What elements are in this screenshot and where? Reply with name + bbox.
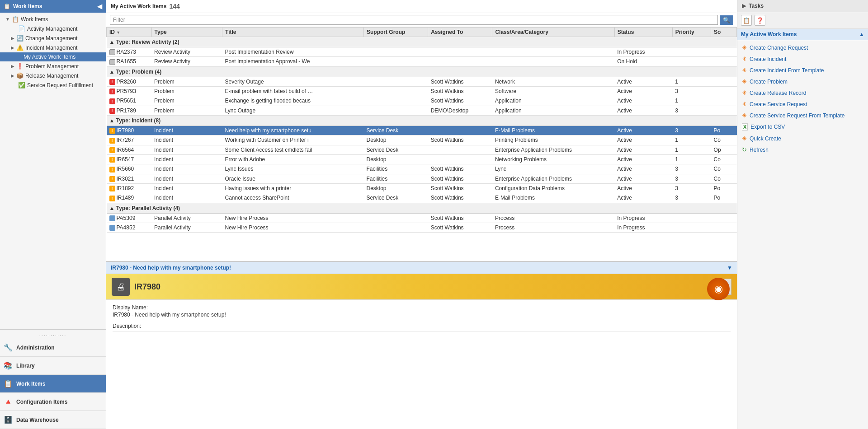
nav-item-label: Service Request Fulfillment: [27, 82, 93, 89]
action-item-create-release[interactable]: ✳Create Release Record: [737, 87, 868, 98]
bottom-nav-item-library[interactable]: 📚Library: [0, 357, 106, 375]
table-row[interactable]: PA4852Parallel ActivityNew Hire ProcessS…: [107, 223, 737, 232]
cell-so: [711, 106, 737, 115]
cell-title: Cannot access SharePoint: [222, 193, 364, 203]
expand-arrow: ▶: [11, 64, 14, 69]
col-header-id[interactable]: ID ▼: [107, 28, 152, 37]
sidebar-item-work-items-root[interactable]: ▼📋Work Items: [0, 14, 106, 24]
detail-title-text: IR7980 - Need help with my smartphone se…: [111, 265, 231, 271]
table-row[interactable]: !IR6564IncidentSome Client Access test c…: [107, 145, 737, 154]
group-header-row[interactable]: ▲ Type: Problem (4): [107, 66, 737, 77]
cell-so: [711, 47, 737, 57]
tasks-expand-icon[interactable]: ▶: [742, 3, 746, 9]
table-row[interactable]: !IR1489IncidentCannot access SharePointS…: [107, 193, 737, 203]
group-header-row[interactable]: ▲ Type: Review Activity (2): [107, 37, 737, 47]
col-header-title[interactable]: Title: [222, 28, 364, 37]
table-body: ▲ Type: Review Activity (2)RA2373Review …: [107, 37, 737, 233]
table-row[interactable]: !IR5660IncidentLync IssuesFacilitiesScot…: [107, 164, 737, 174]
sidebar-item-service-request[interactable]: ✅Service Request Fulfillment: [0, 80, 106, 90]
detail-collapse-icon: ▼: [727, 265, 732, 271]
col-header-support[interactable]: Support Group: [363, 28, 428, 37]
action-item-create-change[interactable]: ✳Create Change Request: [737, 42, 868, 53]
action-item-refresh[interactable]: ↻Refresh: [737, 144, 868, 155]
sidebar-item-release-mgmt[interactable]: ▶📦Release Management: [0, 71, 106, 80]
cell-support: [363, 57, 428, 66]
action-item-quick-create[interactable]: ✳Quick Create: [737, 133, 868, 144]
action-item-create-incident[interactable]: ✳Create Incident: [737, 53, 868, 65]
table-row[interactable]: !IR6547IncidentError with AdobeDesktopNe…: [107, 154, 737, 164]
table-row[interactable]: RA2373Review ActivityPost Implementation…: [107, 47, 737, 57]
col-header-priority[interactable]: Priority: [672, 28, 711, 37]
cell-id-text: IR7980: [117, 127, 134, 134]
cell-id: !IR1892: [107, 183, 152, 193]
bottom-nav-item-work-items-nav[interactable]: 📋Work Items: [0, 375, 106, 393]
filter-input[interactable]: [110, 15, 718, 25]
table-row[interactable]: !IR1892IncidentHaving issues with a prin…: [107, 183, 737, 193]
cell-status: Active: [614, 77, 672, 86]
col-header-class[interactable]: Class/Area/Category: [492, 28, 614, 37]
cell-priority: 1: [672, 135, 711, 145]
cell-id-text: IR6564: [117, 147, 134, 153]
cell-so: [711, 96, 737, 106]
cell-id: PA5309: [107, 213, 152, 223]
cell-id-text: IR3021: [117, 176, 134, 182]
sidebar-item-my-active[interactable]: My Active Work Items: [0, 52, 106, 61]
table-row[interactable]: !PR1789ProblemLync OutageDEMO\DesktopApp…: [107, 106, 737, 115]
group-header-row[interactable]: ▲ Type: Incident (8): [107, 115, 737, 126]
table-row[interactable]: !PR8260ProblemSeverity OutageScott Watki…: [107, 77, 737, 86]
col-header-type[interactable]: Type: [151, 28, 222, 37]
table-row[interactable]: RA1655Review ActivityPost Implementation…: [107, 57, 737, 66]
action-item-create-problem[interactable]: ✳Create Problem: [737, 76, 868, 87]
cell-id: !IR6564: [107, 145, 152, 154]
cell-title: Lync Issues: [222, 164, 364, 174]
type-icon: !: [109, 186, 115, 191]
table-row[interactable]: !IR7267IncidentWorking with Customer on …: [107, 135, 737, 145]
type-icon: !: [109, 176, 115, 182]
cell-class: Lync: [492, 164, 614, 174]
cell-priority: [672, 47, 711, 57]
sidebar-item-incident-mgmt[interactable]: ▶⚠️Incident Management: [0, 43, 106, 52]
toolbar-tasks-icon[interactable]: 📋: [741, 15, 752, 26]
bottom-nav: ............ 🔧Administration📚Library📋Wor…: [0, 329, 106, 429]
group-header-label: ▲ Type: Review Activity (2): [107, 37, 737, 47]
action-icon: ✳: [742, 44, 747, 51]
cell-priority: 1: [672, 145, 711, 154]
toolbar-help-icon[interactable]: ❓: [755, 15, 765, 26]
action-item-export-csv[interactable]: XExport to CSV: [737, 121, 868, 133]
sidebar-collapse-btn[interactable]: ◀: [97, 3, 102, 10]
filter-search-button[interactable]: 🔍: [720, 15, 733, 25]
col-header-so[interactable]: So: [711, 28, 737, 37]
bottom-nav-item-data-warehouse[interactable]: 🗄️Data Warehouse: [0, 411, 106, 429]
col-header-assigned[interactable]: Assigned To: [428, 28, 492, 37]
table-row[interactable]: !PR5651ProblemExchange is getting floode…: [107, 96, 737, 106]
action-item-create-service-request-template[interactable]: ✳Create Service Request From Template: [737, 110, 868, 121]
table-row[interactable]: !IR7980IncidentNeed help with my smartph…: [107, 126, 737, 135]
table-row[interactable]: !IR3021IncidentOracle IssueFacilitiesSco…: [107, 174, 737, 183]
bottom-nav-item-config-items[interactable]: 🔺Configuration Items: [0, 393, 106, 411]
cell-id: !IR6547: [107, 154, 152, 164]
table-row[interactable]: !PR5793ProblemE-mail problem with latest…: [107, 86, 737, 96]
cell-so: Co: [711, 174, 737, 183]
right-section-header[interactable]: My Active Work Items ▲: [737, 29, 868, 40]
group-header-row[interactable]: ▲ Type: Parallel Activity (4): [107, 203, 737, 213]
nav-item-label: Incident Management: [25, 45, 77, 51]
sidebar-item-activity-mgmt[interactable]: 📄Activity Management: [0, 24, 106, 33]
cell-priority: 1: [672, 154, 711, 164]
col-header-status[interactable]: Status: [614, 28, 672, 37]
action-item-create-service-request[interactable]: ✳Create Service Request: [737, 98, 868, 110]
action-item-create-incident-template[interactable]: ✳Create Incident From Template: [737, 65, 868, 76]
cell-type: Incident: [151, 145, 222, 154]
cell-id-text: IR7267: [117, 137, 134, 143]
cell-assigned: Scott Watkins: [428, 135, 492, 145]
sidebar-item-change-mgmt[interactable]: ▶🔄Change Management: [0, 33, 106, 43]
action-label: Create Incident From Template: [750, 67, 824, 74]
bottom-nav-item-admin[interactable]: 🔧Administration: [0, 339, 106, 357]
cell-title: E-mail problem with latest build of …: [222, 86, 364, 96]
sidebar-item-problem-mgmt[interactable]: ▶❗Problem Management: [0, 61, 106, 71]
detail-title-bar[interactable]: IR7980 - Need help with my smartphone se…: [106, 262, 737, 274]
cell-id: PA4852: [107, 223, 152, 232]
cell-assigned: DEMO\Desktop: [428, 106, 492, 115]
table-row[interactable]: PA5309Parallel ActivityNew Hire ProcessS…: [107, 213, 737, 223]
right-panel-header: ▶ Tasks: [737, 0, 868, 12]
cell-status: On Hold: [614, 57, 672, 66]
